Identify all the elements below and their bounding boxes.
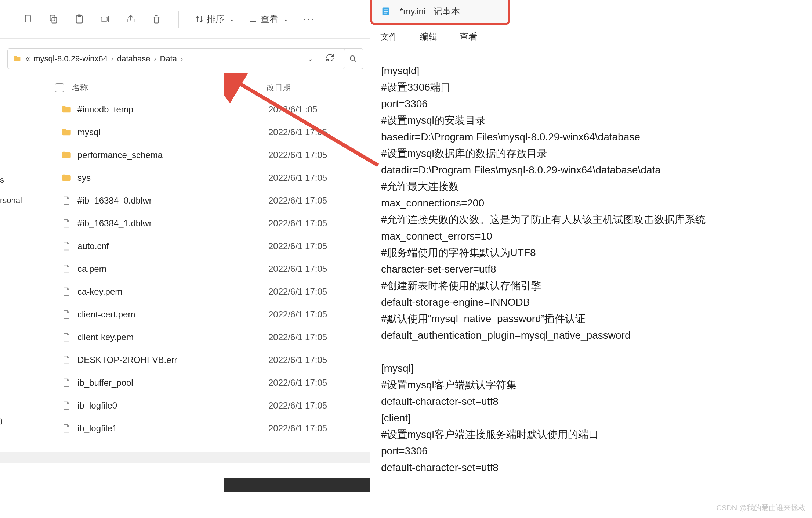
file-name: performance_schema (77, 150, 268, 160)
file-name: client-cert.pem (77, 309, 268, 320)
file-date: 2022/6/1 17:05 (268, 332, 327, 342)
file-row[interactable]: #ib_16384_1.dblwr2022/6/1 17:05 (61, 212, 371, 235)
file-date: 2022/6/1 17:05 (268, 127, 327, 137)
refresh-icon[interactable] (320, 53, 340, 65)
file-date: 2022/6/1 17:05 (268, 355, 327, 365)
file-row[interactable]: performance_schema2022/6/1 17:05 (61, 144, 371, 166)
file-icon (61, 309, 72, 320)
file-icon (61, 422, 72, 434)
notepad-title: *my.ini - 记事本 (400, 6, 460, 17)
chevron-right-icon: › (181, 55, 183, 63)
file-row[interactable]: mysql2022/6/1 17:05 (61, 121, 371, 144)
breadcrumb-item[interactable]: mysql-8.0.29-winx64 (33, 54, 108, 64)
file-icon (61, 240, 72, 252)
menu-edit[interactable]: 编辑 (420, 31, 438, 43)
watermark: CSDN @我的爱由谁来拯救 (716, 503, 805, 513)
chevron-right-icon: › (154, 55, 156, 63)
taskbar-fragment (224, 478, 370, 492)
file-name: DESKTOP-2ROHFVB.err (77, 355, 268, 365)
view-button[interactable]: 查看 ⌄ (249, 13, 289, 25)
rename-icon[interactable] (99, 13, 111, 25)
file-row[interactable]: ca.pem2022/6/1 17:05 (61, 258, 371, 280)
file-date: 2022/6/1 17:05 (268, 400, 327, 411)
copy-icon[interactable] (22, 13, 34, 25)
sort-button[interactable]: 排序 ⌄ (195, 13, 235, 25)
file-row[interactable]: ca-key.pem2022/6/1 17:05 (61, 280, 371, 303)
file-icon (61, 286, 72, 298)
explorer-toolbar: 排序 ⌄ 查看 ⌄ ··· (0, 0, 371, 39)
file-name: #ib_16384_1.dblwr (77, 218, 268, 229)
svg-line-11 (354, 60, 356, 62)
file-name: client-key.pem (77, 332, 268, 342)
chevron-down-icon: ⌄ (229, 15, 235, 23)
sidebar-text: rsonal (0, 190, 22, 212)
svg-point-10 (350, 56, 355, 60)
file-icon (61, 263, 72, 275)
file-row[interactable]: ib_logfile12022/6/1 17:05 (61, 417, 371, 440)
file-date: 2022/6/1 17:05 (268, 264, 327, 274)
search-button[interactable] (343, 48, 363, 69)
file-date: 2022/6/1 17:05 (268, 423, 327, 434)
svg-rect-2 (50, 15, 55, 21)
chevron-right-icon: › (111, 55, 113, 63)
file-icon (61, 354, 72, 366)
menu-view[interactable]: 查看 (460, 31, 477, 43)
address-bar[interactable]: « mysql-8.0.29-winx64 › database › Data … (7, 48, 345, 69)
file-date: 2022/6/1 17:05 (268, 218, 327, 229)
svg-rect-1 (52, 17, 57, 23)
sidebar-text: ) (0, 410, 22, 432)
file-name: ib_logfile0 (77, 400, 268, 411)
file-name: sys (77, 173, 268, 183)
notepad-content[interactable]: [mysqld] #设置3306端口 port=3306 #设置mysql的安装… (381, 62, 706, 476)
file-icon (61, 331, 72, 343)
file-icon (61, 400, 72, 411)
svg-rect-0 (25, 15, 30, 22)
file-name: ca-key.pem (77, 287, 268, 297)
sidebar-fragment: s rsonal ) (0, 169, 22, 432)
column-headers: 名称 改日期 (0, 78, 371, 98)
file-row[interactable]: client-cert.pem2022/6/1 17:05 (61, 303, 371, 326)
share-icon[interactable] (125, 13, 137, 25)
file-icon (61, 195, 72, 206)
chevron-down-icon[interactable]: ⌄ (304, 55, 317, 63)
file-name: #ib_16384_0.dblwr (77, 195, 268, 206)
file-row[interactable]: ib_logfile02022/6/1 17:05 (61, 394, 371, 417)
folder-icon (13, 55, 22, 62)
svg-rect-5 (101, 17, 107, 21)
file-date: 2022/6/1 17:05 (268, 309, 327, 320)
breadcrumb-item[interactable]: database (117, 54, 151, 64)
address-bar-row: « mysql-8.0.29-winx64 › database › Data … (7, 46, 363, 72)
file-name: ib_logfile1 (77, 423, 268, 434)
delete-icon[interactable] (151, 13, 162, 25)
file-name: mysql (77, 127, 268, 137)
select-all-checkbox[interactable] (55, 83, 64, 92)
file-name: ib_buffer_pool (77, 378, 268, 388)
file-date: 2022/6/1 17:05 (268, 241, 327, 251)
explorer-shadow (0, 452, 371, 463)
folder-icon (61, 172, 72, 184)
folder-icon (61, 126, 72, 138)
file-date: 2022/6/1 :05 (268, 104, 317, 115)
file-name: #innodb_temp (77, 104, 268, 115)
file-icon (61, 377, 72, 389)
folder-icon (61, 149, 72, 161)
file-row[interactable]: client-key.pem2022/6/1 17:05 (61, 326, 371, 349)
file-row[interactable]: ib_buffer_pool2022/6/1 17:05 (61, 371, 371, 394)
breadcrumb-item[interactable]: Data (160, 54, 177, 64)
file-row[interactable]: DESKTOP-2ROHFVB.err2022/6/1 17:05 (61, 349, 371, 371)
breadcrumb-prefix: « (25, 54, 30, 64)
column-name[interactable]: 名称 (72, 82, 267, 93)
file-row[interactable]: #innodb_temp2022/6/1 :05 (61, 98, 371, 121)
column-date[interactable]: 改日期 (267, 82, 291, 93)
toolbar-separator (178, 11, 179, 28)
file-row[interactable]: auto.cnf2022/6/1 17:05 (61, 235, 371, 258)
menu-file[interactable]: 文件 (380, 31, 398, 43)
paste-icon[interactable] (73, 13, 85, 25)
notepad-menu: 文件 编辑 查看 (380, 31, 477, 43)
file-row[interactable]: #ib_16384_0.dblwr2022/6/1 17:05 (61, 189, 371, 212)
file-date: 2022/6/1 17:05 (268, 195, 327, 206)
file-row[interactable]: sys2022/6/1 17:05 (61, 166, 371, 189)
more-button[interactable]: ··· (303, 13, 316, 25)
duplicate-icon[interactable] (48, 13, 59, 25)
notepad-window: *my.ini - 记事本 文件 编辑 查看 [mysqld] #设置3306端… (370, 0, 812, 518)
